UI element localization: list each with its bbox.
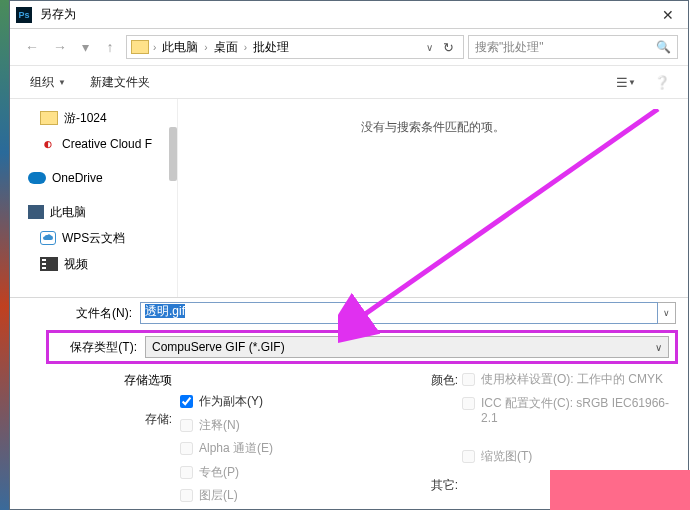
sidebar-scrollbar[interactable]	[169, 127, 177, 181]
sidebar-item-onedrive[interactable]: OneDrive	[10, 165, 177, 191]
up-button[interactable]: ↑	[98, 35, 122, 59]
save-as-dialog: Ps 另存为 ✕ ← → ▾ ↑ › 此电脑 › 桌面 › 批处理 ∨ ↻ 搜索…	[9, 0, 689, 510]
breadcrumb-1[interactable]: 桌面	[212, 39, 240, 56]
options-header: 存储选项	[10, 372, 172, 389]
other-label: 其它:	[422, 477, 458, 494]
proof-checkbox: 使用校样设置(O): 工作中的 CMYK	[462, 372, 676, 388]
filename-label: 文件名(N):	[10, 305, 140, 322]
folder-icon	[131, 40, 149, 54]
color-label: 颜色:	[422, 372, 458, 389]
sidebar-item-creative-cloud[interactable]: ◐Creative Cloud F	[10, 131, 177, 157]
filetype-highlight: 保存类型(T): CompuServe GIF (*.GIF) ∨	[46, 330, 678, 364]
close-button[interactable]: ✕	[648, 1, 688, 29]
photoshop-icon: Ps	[16, 7, 32, 23]
address-bar[interactable]: › 此电脑 › 桌面 › 批处理 ∨ ↻	[126, 35, 464, 59]
wps-cloud-icon	[40, 231, 56, 245]
help-button[interactable]: ❔	[648, 71, 676, 93]
cloud-icon	[28, 172, 46, 184]
sidebar-label: 游-1024	[64, 110, 107, 127]
chevron-right-icon: ›	[204, 42, 207, 53]
search-placeholder: 搜索"批处理"	[475, 39, 544, 56]
filename-row: 文件名(N): 透明.gif ∨	[10, 298, 688, 328]
search-input[interactable]: 搜索"批处理" 🔍	[468, 35, 678, 59]
overlay-watermark	[550, 470, 690, 510]
breadcrumb-2[interactable]: 批处理	[251, 39, 291, 56]
store-label: 存储:	[10, 411, 172, 428]
filename-value: 透明.gif	[145, 304, 185, 318]
forward-button[interactable]: →	[48, 35, 72, 59]
toolbar: 组织 ▼ 新建文件夹 ☰▼ ❔	[10, 65, 688, 99]
back-button[interactable]: ←	[20, 35, 44, 59]
breadcrumb-0[interactable]: 此电脑	[160, 39, 200, 56]
pc-icon	[28, 205, 44, 219]
icc-checkbox: ICC 配置文件(C): sRGB IEC61966-2.1	[462, 396, 676, 427]
sidebar-item-this-pc[interactable]: 此电脑	[10, 199, 177, 225]
file-list: 没有与搜索条件匹配的项。	[178, 99, 688, 297]
folder-icon	[40, 111, 58, 125]
sidebar: 游-1024 ◐Creative Cloud F OneDrive 此电脑 WP…	[10, 99, 178, 297]
main-area: 游-1024 ◐Creative Cloud F OneDrive 此电脑 WP…	[10, 99, 688, 297]
layers-checkbox: 图层(L)	[180, 488, 350, 504]
chevron-right-icon: ›	[153, 42, 156, 53]
filetype-label: 保存类型(T):	[55, 339, 145, 356]
filetype-value: CompuServe GIF (*.GIF)	[152, 340, 285, 354]
organize-button[interactable]: 组织 ▼	[22, 70, 74, 95]
sidebar-label: Creative Cloud F	[62, 137, 152, 151]
chevron-down-icon: ▼	[58, 78, 66, 87]
new-folder-label: 新建文件夹	[90, 74, 150, 91]
chevron-down-icon: ∨	[655, 342, 662, 353]
filename-input[interactable]: 透明.gif	[140, 302, 658, 324]
sidebar-item-folder[interactable]: 游-1024	[10, 105, 177, 131]
sidebar-item-wps[interactable]: WPS云文档	[10, 225, 177, 251]
window-title: 另存为	[40, 6, 648, 23]
as-copy-checkbox[interactable]: 作为副本(Y)	[180, 394, 350, 410]
sidebar-label: 视频	[64, 256, 88, 273]
thumbnail-checkbox: 缩览图(T)	[462, 449, 676, 465]
creative-cloud-icon: ◐	[40, 136, 56, 152]
alpha-checkbox: Alpha 通道(E)	[180, 441, 350, 457]
view-button[interactable]: ☰▼	[612, 71, 640, 93]
refresh-button[interactable]: ↻	[437, 40, 459, 55]
empty-message: 没有与搜索条件匹配的项。	[361, 119, 505, 136]
sidebar-label: 此电脑	[50, 204, 86, 221]
sidebar-label: WPS云文档	[62, 230, 125, 247]
filename-dropdown[interactable]: ∨	[658, 302, 676, 324]
video-icon	[40, 257, 58, 271]
new-folder-button[interactable]: 新建文件夹	[82, 70, 158, 95]
nav-row: ← → ▾ ↑ › 此电脑 › 桌面 › 批处理 ∨ ↻ 搜索"批处理" 🔍	[10, 29, 688, 65]
organize-label: 组织	[30, 74, 54, 91]
filetype-select[interactable]: CompuServe GIF (*.GIF) ∨	[145, 336, 669, 358]
sidebar-label: OneDrive	[52, 171, 103, 185]
titlebar: Ps 另存为 ✕	[10, 1, 688, 29]
desktop-edge	[0, 0, 9, 510]
address-dropdown[interactable]: ∨	[426, 42, 433, 53]
sidebar-item-video[interactable]: 视频	[10, 251, 177, 277]
search-icon: 🔍	[656, 40, 671, 54]
notes-checkbox: 注释(N)	[180, 418, 350, 434]
recent-dropdown[interactable]: ▾	[76, 35, 94, 59]
spot-checkbox: 专色(P)	[180, 465, 350, 481]
chevron-right-icon: ›	[244, 42, 247, 53]
